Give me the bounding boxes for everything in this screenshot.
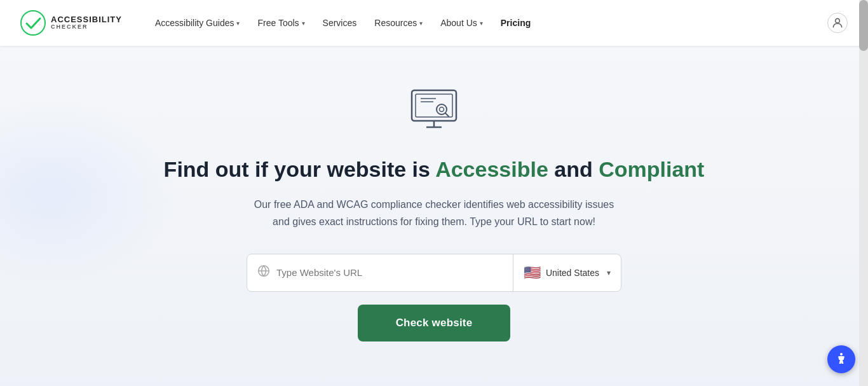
hero-section: Find out if your website is Accessible a… bbox=[0, 46, 868, 386]
user-icon bbox=[831, 17, 844, 29]
us-flag-icon: 🇺🇸 bbox=[524, 265, 541, 281]
nav-item-free-tools[interactable]: Free Tools ▾ bbox=[250, 13, 312, 33]
scrollbar-thumb[interactable] bbox=[859, 0, 868, 51]
logo-link[interactable]: ACCESSIBILITY CHECKER bbox=[20, 10, 122, 36]
check-website-button[interactable]: Check website bbox=[358, 305, 511, 341]
accessibility-icon bbox=[834, 352, 849, 367]
scrollbar[interactable] bbox=[859, 0, 868, 386]
logo-text: ACCESSIBILITY CHECKER bbox=[51, 15, 122, 31]
heading-accessible: Accessible bbox=[435, 157, 548, 181]
svg-point-10 bbox=[440, 107, 444, 112]
svg-point-0 bbox=[21, 11, 45, 35]
chevron-down-icon-1: ▾ bbox=[302, 20, 305, 27]
country-selector[interactable]: 🇺🇸 United States ▾ bbox=[513, 254, 621, 291]
user-account-button[interactable] bbox=[827, 13, 848, 33]
navbar: ACCESSIBILITY CHECKER Accessibility Guid… bbox=[0, 0, 868, 46]
nav-item-services[interactable]: Services bbox=[315, 13, 365, 33]
globe-icon bbox=[257, 265, 270, 280]
svg-line-9 bbox=[445, 113, 449, 116]
heading-part1: Find out if your website is bbox=[164, 157, 436, 181]
brand-sub: CHECKER bbox=[51, 24, 122, 31]
hero-subtext: Our free ADA and WCAG compliance checker… bbox=[254, 196, 614, 230]
chevron-down-icon-4: ▾ bbox=[480, 20, 483, 27]
country-chevron-icon: ▾ bbox=[607, 268, 611, 277]
subtext-line1: Our free ADA and WCAG compliance checker… bbox=[254, 199, 614, 210]
heading-part2: and bbox=[548, 157, 599, 181]
url-input-area bbox=[247, 254, 513, 291]
svg-rect-3 bbox=[416, 94, 452, 117]
heading-compliant: Compliant bbox=[599, 157, 704, 181]
nav-links: Accessibility Guides ▾ Free Tools ▾ Serv… bbox=[147, 13, 822, 33]
url-bar: 🇺🇸 United States ▾ bbox=[247, 254, 621, 292]
svg-rect-2 bbox=[412, 90, 456, 121]
hero-illustration bbox=[405, 78, 463, 137]
nav-item-accessibility-guides[interactable]: Accessibility Guides ▾ bbox=[147, 13, 248, 33]
brand-name: ACCESSIBILITY bbox=[51, 15, 122, 24]
nav-item-pricing[interactable]: Pricing bbox=[493, 13, 538, 33]
chevron-down-icon-3: ▾ bbox=[419, 20, 423, 27]
nav-label-services: Services bbox=[323, 18, 357, 28]
chevron-down-icon-0: ▾ bbox=[236, 20, 240, 27]
subtext-line2: and gives exact instructions for fixing … bbox=[273, 216, 595, 227]
accessibility-widget-button[interactable] bbox=[827, 345, 855, 373]
hero-heading: Find out if your website is Accessible a… bbox=[164, 155, 705, 183]
nav-label-about-us: About Us bbox=[440, 18, 477, 28]
nav-item-about-us[interactable]: About Us ▾ bbox=[433, 13, 491, 33]
svg-point-1 bbox=[836, 18, 840, 23]
nav-label-resources: Resources bbox=[374, 18, 417, 28]
nav-item-resources[interactable]: Resources ▾ bbox=[367, 13, 430, 33]
url-input[interactable] bbox=[276, 267, 503, 278]
nav-label-accessibility-guides: Accessibility Guides bbox=[155, 18, 234, 28]
logo-icon bbox=[20, 10, 46, 36]
nav-label-free-tools: Free Tools bbox=[257, 18, 299, 28]
monitor-search-icon bbox=[405, 78, 463, 135]
nav-label-pricing: Pricing bbox=[501, 18, 531, 28]
country-name: United States bbox=[546, 268, 599, 278]
svg-point-13 bbox=[840, 353, 843, 355]
